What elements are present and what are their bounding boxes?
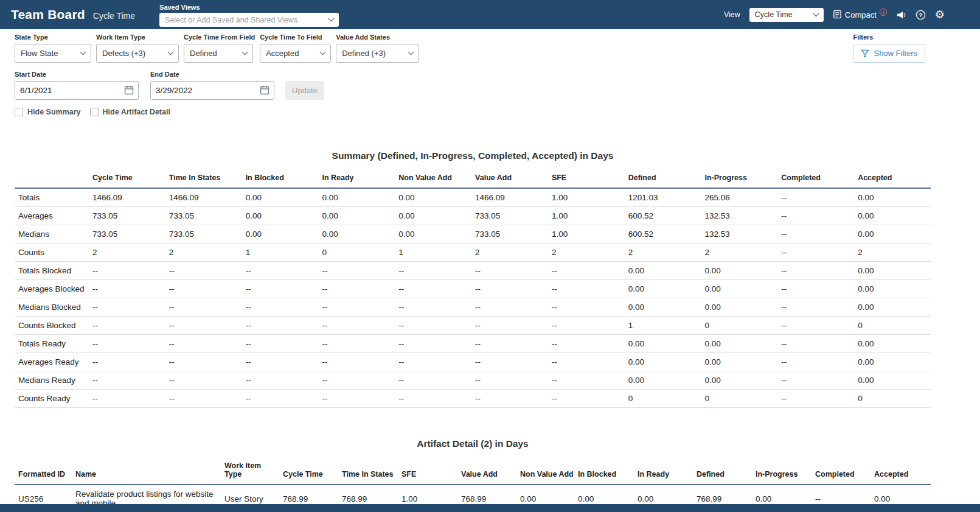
table-cell: 1201.03 bbox=[625, 188, 701, 207]
table-cell: -- bbox=[89, 335, 165, 353]
cycle-time-from-value: Defined bbox=[190, 49, 217, 58]
compact-label: Compact bbox=[845, 10, 877, 19]
table-cell: -- bbox=[395, 317, 471, 335]
table-cell: -- bbox=[89, 262, 165, 280]
table-cell: -- bbox=[548, 280, 625, 298]
table-cell: -- bbox=[89, 371, 165, 390]
table-cell: 733.05 bbox=[165, 207, 242, 225]
table-cell: 0.00 bbox=[318, 225, 395, 244]
table-cell: 0.00 bbox=[701, 353, 778, 371]
table-cell: 0.00 bbox=[625, 353, 701, 371]
table-cell: -- bbox=[242, 335, 319, 353]
cycle-time-to-label: Cycle Time To Field bbox=[260, 33, 331, 41]
table-cell: -- bbox=[777, 317, 854, 335]
app-title: Team Board bbox=[11, 7, 85, 22]
table-cell: 0.00 bbox=[625, 371, 701, 390]
table-cell: -- bbox=[548, 390, 625, 408]
chevron-down-icon bbox=[408, 49, 414, 55]
table-cell: -- bbox=[777, 280, 854, 298]
table-cell: -- bbox=[318, 390, 395, 408]
table-cell: -- bbox=[471, 280, 548, 298]
table-cell: -- bbox=[242, 317, 319, 335]
artifact-table-header-row: Formatted IDNameWork Item TypeCycle Time… bbox=[15, 458, 931, 485]
column-header: Defined bbox=[625, 170, 701, 188]
filter-funnel-icon bbox=[861, 49, 869, 58]
column-header: SFE bbox=[548, 170, 625, 188]
cycle-time-to-select[interactable]: Accepted bbox=[260, 44, 331, 63]
table-cell: -- bbox=[165, 390, 242, 408]
table-cell: -- bbox=[471, 335, 548, 353]
end-date-group: End Date bbox=[150, 71, 274, 100]
state-type-value: Flow State bbox=[21, 49, 58, 58]
column-header: In-Progress bbox=[752, 458, 811, 485]
table-row: Averages Ready--------------0.000.00--0.… bbox=[15, 353, 931, 371]
summary-table-body: Totals1466.091466.090.000.000.001466.091… bbox=[15, 188, 931, 408]
table-cell: 0.00 bbox=[701, 280, 778, 298]
table-cell: 0.00 bbox=[854, 280, 931, 298]
table-cell: -- bbox=[777, 188, 854, 207]
table-row: Medians Ready--------------0.000.00--0.0… bbox=[15, 371, 931, 390]
start-date-input[interactable] bbox=[15, 81, 139, 100]
table-cell: -- bbox=[548, 317, 625, 335]
calendar-icon[interactable] bbox=[260, 85, 269, 97]
column-header: In Ready bbox=[634, 458, 693, 485]
table-cell: 0.00 bbox=[395, 188, 471, 207]
table-cell: -- bbox=[318, 280, 395, 298]
table-cell: 1466.09 bbox=[165, 188, 242, 207]
table-cell: 0.00 bbox=[395, 225, 471, 244]
megaphone-icon[interactable] bbox=[896, 10, 906, 19]
start-date-label: Start Date bbox=[15, 71, 139, 78]
table-cell: 0 bbox=[854, 317, 931, 335]
column-header: In-Progress bbox=[701, 170, 778, 188]
update-button[interactable]: Update bbox=[285, 81, 324, 100]
svg-text:?: ? bbox=[919, 12, 922, 18]
end-date-input[interactable] bbox=[150, 81, 274, 100]
table-cell: 2 bbox=[854, 244, 931, 262]
table-cell: -- bbox=[777, 298, 854, 317]
state-type-select[interactable]: Flow State bbox=[15, 44, 91, 63]
table-cell: -- bbox=[89, 298, 165, 317]
gear-icon[interactable]: ⚙ bbox=[935, 9, 945, 20]
table-cell: 0.00 bbox=[242, 188, 319, 207]
saved-views-placeholder: Select or Add Saved and Shared Views bbox=[165, 16, 297, 24]
table-cell: 0.00 bbox=[854, 262, 931, 280]
table-cell: -- bbox=[548, 298, 625, 317]
work-item-type-select[interactable]: Defects (+3) bbox=[96, 44, 179, 63]
table-cell: 2 bbox=[625, 244, 701, 262]
table-cell: 265.06 bbox=[701, 188, 778, 207]
work-item-type-value: Defects (+3) bbox=[102, 49, 145, 58]
table-cell: -- bbox=[89, 280, 165, 298]
hide-summary-checkbox[interactable] bbox=[15, 108, 23, 116]
table-row: Counts Blocked--------------10--0 bbox=[15, 317, 931, 335]
table-cell: 132.53 bbox=[701, 207, 778, 225]
compact-button[interactable]: Compact i bbox=[833, 10, 887, 19]
table-cell: 0 bbox=[625, 390, 701, 408]
cycle-time-to-filter-group: Cycle Time To Field Accepted bbox=[260, 33, 331, 63]
table-cell: 0.00 bbox=[625, 298, 701, 317]
artifact-detail-title: Artifact Detail (2) in Days bbox=[15, 438, 931, 449]
table-cell: 0.00 bbox=[854, 371, 931, 390]
table-cell: 0.00 bbox=[854, 188, 931, 207]
cycle-time-from-select[interactable]: Defined bbox=[184, 44, 253, 63]
table-cell: 733.05 bbox=[89, 207, 165, 225]
saved-views-select[interactable]: Select or Add Saved and Shared Views bbox=[159, 13, 339, 27]
table-cell: -- bbox=[777, 371, 854, 390]
table-cell: -- bbox=[242, 353, 319, 371]
table-cell: 0.00 bbox=[395, 207, 471, 225]
chevron-down-icon bbox=[320, 49, 326, 55]
show-filters-button[interactable]: Show Filters bbox=[853, 44, 925, 63]
table-cell: 2 bbox=[701, 244, 778, 262]
table-cell: 0.00 bbox=[625, 262, 701, 280]
table-cell: 1466.09 bbox=[471, 188, 548, 207]
value-add-states-select[interactable]: Defined (+3) bbox=[336, 44, 419, 63]
hide-artifact-detail-checkbox[interactable] bbox=[90, 108, 99, 116]
help-icon[interactable]: ? bbox=[916, 10, 926, 20]
column-header: In Blocked bbox=[574, 458, 634, 485]
table-cell: 1.00 bbox=[548, 207, 625, 225]
table-cell: 2 bbox=[548, 244, 625, 262]
cycle-time-to-value: Accepted bbox=[266, 49, 299, 58]
table-cell: Counts Ready bbox=[15, 390, 89, 408]
calendar-icon[interactable] bbox=[124, 85, 134, 97]
table-cell: Averages Blocked bbox=[15, 280, 89, 298]
view-select[interactable]: Cycle Time bbox=[749, 8, 824, 22]
